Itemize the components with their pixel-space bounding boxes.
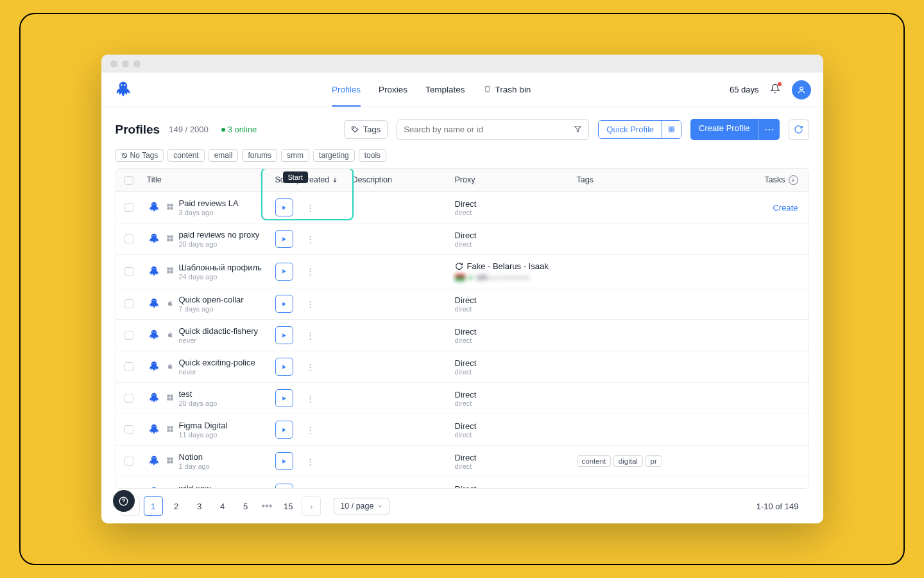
profile-name[interactable]: Шаблонный профиль	[179, 263, 262, 272]
traffic-light-close[interactable]	[110, 60, 117, 67]
row-checkbox[interactable]	[124, 457, 133, 466]
page-size-select[interactable]: 10 / page	[334, 498, 389, 514]
page-next[interactable]: ›	[302, 496, 321, 516]
row-checkbox[interactable]	[124, 267, 133, 276]
create-profile-button[interactable]: Create Profile ⋯	[690, 119, 779, 140]
notifications-icon[interactable]	[770, 83, 780, 96]
row-checkbox[interactable]	[124, 362, 133, 371]
page-number[interactable]: 2	[167, 496, 186, 516]
filter-tag[interactable]: forums	[242, 149, 277, 162]
os-icon	[166, 362, 174, 372]
nav-tab-profiles[interactable]: Profiles	[332, 73, 361, 107]
select-all-checkbox[interactable]	[124, 176, 133, 185]
row-menu-icon[interactable]: ⋮	[302, 457, 318, 466]
row-menu-icon[interactable]: ⋮	[302, 488, 318, 489]
os-icon	[166, 425, 174, 435]
tags-button[interactable]: Tags	[344, 120, 388, 139]
start-button[interactable]	[275, 452, 293, 470]
app-logo	[113, 80, 133, 100]
row-menu-icon[interactable]: ⋮	[302, 299, 318, 309]
os-icon	[166, 267, 174, 276]
page-number[interactable]: 3	[190, 496, 209, 516]
row-checkbox[interactable]	[124, 425, 133, 434]
svg-rect-12	[170, 235, 173, 238]
filter-tag[interactable]: No Tags	[116, 149, 164, 162]
filter-tag[interactable]: content	[167, 149, 204, 162]
quick-profile-button[interactable]: Quick Profile	[598, 120, 681, 139]
filter-tag[interactable]: tools	[359, 149, 386, 162]
nav-tab-templates[interactable]: Templates	[425, 73, 465, 107]
page-last[interactable]: 15	[278, 496, 298, 516]
start-button[interactable]	[275, 263, 293, 281]
profile-name[interactable]: Quick exciting-police	[179, 358, 255, 367]
svg-rect-4	[669, 130, 671, 132]
start-button[interactable]	[275, 230, 293, 248]
row-checkbox[interactable]	[124, 234, 133, 243]
profile-name[interactable]: paid reviews no proxy	[179, 230, 260, 240]
task-cell[interactable]: Create	[757, 197, 809, 219]
help-button[interactable]	[113, 490, 135, 512]
task-cell	[757, 360, 809, 373]
profile-name[interactable]: Notion	[179, 452, 210, 462]
profile-name[interactable]: wild-sow	[179, 484, 214, 488]
quick-profile-dropdown[interactable]	[662, 121, 681, 138]
row-checkbox[interactable]	[124, 394, 133, 403]
traffic-light-minimize[interactable]	[122, 60, 129, 67]
row-checkbox[interactable]	[124, 299, 133, 308]
profile-name[interactable]: Quick didactic-fishery	[179, 326, 259, 336]
row-checkbox[interactable]	[124, 203, 133, 212]
filter-tag[interactable]: targeting	[313, 149, 355, 162]
svg-rect-15	[167, 268, 169, 270]
user-avatar[interactable]	[792, 80, 811, 100]
column-tasks[interactable]: Tasks+	[757, 169, 809, 191]
task-cell	[757, 423, 809, 436]
table-row: Quick exciting-policenever⋮Directdirect	[116, 351, 809, 383]
start-button[interactable]	[275, 198, 293, 216]
page-number[interactable]: 1	[144, 496, 163, 516]
tags-cell	[572, 297, 739, 310]
create-profile-dropdown[interactable]: ⋯	[758, 119, 780, 140]
nav-tab-trash-bin[interactable]: Trash bin	[483, 73, 531, 107]
column-description[interactable]: Description	[347, 169, 450, 191]
profile-icon	[147, 391, 161, 405]
description-cell	[347, 297, 450, 310]
profile-age: never	[179, 337, 259, 344]
profile-name[interactable]: Quick open-collar	[179, 295, 244, 304]
filter-icon[interactable]	[574, 125, 582, 135]
filter-tag[interactable]: email	[209, 149, 239, 162]
profile-name[interactable]: Paid reviews LA	[179, 198, 239, 208]
refresh-button[interactable]	[789, 119, 809, 140]
page-number[interactable]: 5	[236, 496, 255, 516]
nav-tab-proxies[interactable]: Proxies	[379, 73, 407, 107]
row-menu-icon[interactable]: ⋮	[302, 394, 318, 403]
column-tags[interactable]: Tags	[572, 169, 739, 191]
filter-tag[interactable]: smm	[281, 149, 309, 162]
start-button[interactable]	[275, 358, 293, 376]
start-button[interactable]	[275, 484, 293, 488]
add-task-column-icon[interactable]: +	[789, 175, 798, 185]
svg-rect-11	[167, 235, 169, 238]
row-menu-icon[interactable]: ⋮	[302, 331, 318, 340]
start-button[interactable]	[275, 421, 293, 439]
profile-icon	[147, 232, 161, 246]
task-cell	[757, 392, 809, 405]
search-input[interactable]	[397, 119, 589, 140]
column-proxy[interactable]: Proxy	[450, 169, 572, 191]
traffic-light-zoom[interactable]	[133, 60, 141, 67]
start-button[interactable]	[275, 326, 293, 344]
page-number[interactable]: 4	[213, 496, 232, 516]
column-sort[interactable]: Sort by created	[270, 169, 347, 191]
row-menu-icon[interactable]: ⋮	[302, 267, 318, 276]
column-title[interactable]: Title	[142, 169, 270, 191]
row-menu-icon[interactable]: ⋮	[302, 362, 318, 372]
table-row: test20 days ago⋮Directdirect	[116, 383, 809, 414]
start-button[interactable]	[275, 295, 293, 313]
row-menu-icon[interactable]: ⋮	[302, 234, 318, 244]
table-row: Paid reviews LA3 days ago⋮DirectdirectCr…	[116, 192, 809, 223]
profile-name[interactable]: Figma Digital	[179, 421, 228, 430]
row-menu-icon[interactable]: ⋮	[302, 203, 318, 213]
profile-name[interactable]: test	[179, 389, 218, 399]
start-button[interactable]	[275, 389, 293, 407]
row-checkbox[interactable]	[124, 331, 133, 340]
row-menu-icon[interactable]: ⋮	[302, 425, 318, 435]
